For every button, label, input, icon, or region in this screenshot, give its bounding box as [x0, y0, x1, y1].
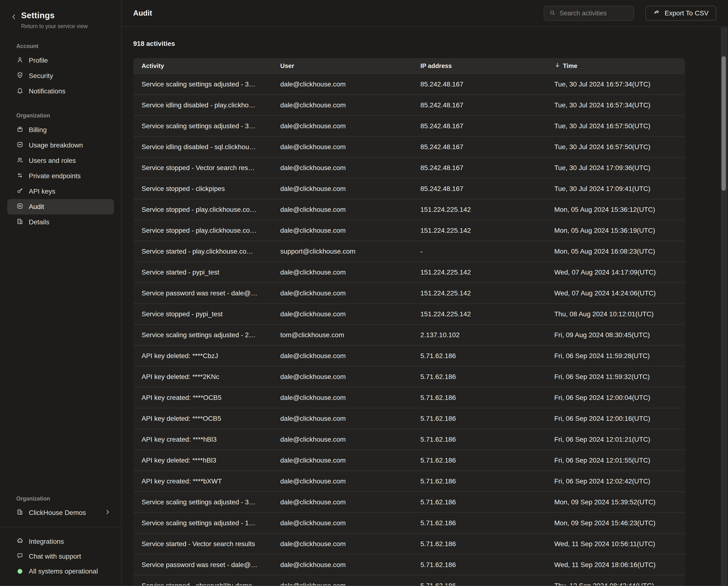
table-row[interactable]: API key deleted: ****OCB5dale@clickhouse… [133, 408, 685, 429]
status-label: All systems operational [29, 567, 98, 575]
table-cell-activity: Service scaling settings adjusted - 1… [133, 519, 280, 527]
back-chevron-icon[interactable] [10, 14, 17, 21]
table-cell-time: Fri, 06 Sep 2024 11:59:32(UTC) [554, 373, 685, 381]
table-row[interactable]: API key deleted: ****CbzJdale@clickhouse… [133, 345, 685, 366]
column-header-ip[interactable]: IP address [420, 62, 554, 70]
scrollbar-track[interactable] [721, 27, 728, 586]
sidebar-item-notifications[interactable]: Notifications [7, 83, 114, 99]
table-row[interactable]: Service stopped - Vector search res…dale… [133, 157, 685, 178]
table-cell-activity: Service idling disabled - play.clickho… [133, 101, 280, 109]
export-csv-button[interactable]: Export To CSV [646, 6, 716, 21]
return-link[interactable]: Return to your service view [21, 23, 87, 29]
column-header-time[interactable]: Time [554, 62, 685, 70]
table-cell-ip: 85.242.48.167 [420, 143, 554, 151]
sidebar-item-details[interactable]: Details [7, 215, 114, 230]
puzzle-icon [16, 537, 24, 546]
table-cell-time: Wed, 11 Sep 2024 10:56:11(UTC) [554, 540, 685, 548]
sidebar-item-profile[interactable]: Profile [7, 53, 114, 68]
arrows-icon [16, 172, 24, 180]
table-row[interactable]: Service stopped - clickpipesdale@clickho… [133, 178, 685, 199]
table-cell-time: Mon, 05 Aug 2024 15:36:19(UTC) [554, 227, 685, 235]
table-cell-ip: 5.71.62.186 [420, 436, 554, 443]
table-cell-user: dale@clickhouse.com [280, 206, 420, 214]
table-cell-activity: Service stopped - play.clickhouse.co… [133, 227, 280, 235]
table-header-row: Activity User IP address Time [133, 58, 685, 73]
column-header-activity[interactable]: Activity [133, 62, 280, 70]
table-cell-user: dale@clickhouse.com [280, 561, 420, 569]
table-cell-ip: 5.71.62.186 [420, 373, 554, 381]
table-row[interactable]: API key created: ****bXWTdale@clickhouse… [133, 470, 685, 491]
sidebar-item-usage-breakdown[interactable]: Usage breakdown [7, 138, 114, 153]
table-cell-activity: API key deleted: ****OCB5 [133, 415, 280, 422]
org-switcher[interactable]: ClickHouse Demos [7, 505, 114, 520]
sidebar-item-label: Users and roles [29, 157, 76, 165]
table-cell-ip: 5.71.62.186 [420, 519, 554, 527]
sidebar-item-private-endpoints[interactable]: Private endpoints [7, 168, 114, 184]
key-icon [16, 187, 24, 196]
table-row[interactable]: Service started - play.clickhouse.co…sup… [133, 241, 685, 262]
search-box[interactable] [544, 6, 634, 21]
table-cell-user: dale@clickhouse.com [280, 143, 420, 151]
table-row[interactable]: Service scaling settings adjusted - 2…to… [133, 324, 685, 345]
sidebar-item-label: Security [29, 72, 53, 80]
table-cell-time: Fri, 06 Sep 2024 11:59:28(UTC) [554, 352, 685, 360]
table-cell-ip: 85.242.48.167 [420, 164, 554, 172]
table-cell-time: Tue, 30 Jul 2024 17:09:41(UTC) [554, 185, 685, 193]
search-input[interactable] [560, 9, 645, 17]
sidebar-item-users-and-roles[interactable]: Users and roles [7, 153, 114, 168]
sidebar-item-audit[interactable]: Audit [7, 199, 114, 215]
table-cell-user: dale@clickhouse.com [280, 436, 420, 443]
table-cell-time: Mon, 09 Sep 2024 15:46:23(UTC) [554, 519, 685, 527]
table-row[interactable]: Service stopped - pypi_testdale@clickhou… [133, 303, 685, 324]
table-cell-time: Tue, 30 Jul 2024 16:57:50(UTC) [554, 143, 685, 151]
table-row[interactable]: Service scaling settings adjusted - 3…da… [133, 73, 685, 94]
sidebar-item-label: Chat with support [29, 553, 81, 560]
building-icon [16, 218, 24, 227]
table-row[interactable]: Service stopped - play.clickhouse.co…dal… [133, 220, 685, 241]
table-row[interactable]: API key deleted: ****2KNcdale@clickhouse… [133, 366, 685, 387]
sidebar-item-billing[interactable]: Billing [7, 122, 114, 138]
sidebar-item-label: Audit [29, 203, 44, 211]
table-row[interactable]: Service scaling settings adjusted - 3…da… [133, 115, 685, 136]
sidebar-item-integrations[interactable]: Integrations [7, 534, 114, 549]
table-cell-activity: API key created: ****OCB5 [133, 394, 280, 401]
table-cell-ip: 151.224.225.142 [420, 310, 554, 318]
scrollbar-thumb[interactable] [722, 56, 726, 191]
table-cell-ip: 85.242.48.167 [420, 101, 554, 109]
table-cell-time: Fri, 06 Sep 2024 12:01:55(UTC) [554, 457, 685, 464]
table-cell-activity: API key deleted: ****CbzJ [133, 352, 280, 360]
sidebar-item-chat-support[interactable]: Chat with support [7, 549, 114, 564]
table-row[interactable]: Service stopped - play.clickhouse.co…dal… [133, 199, 685, 220]
table-row[interactable]: Service idling disabled - play.clickho…d… [133, 94, 685, 115]
table-row[interactable]: Service idling disabled - sql.clickhou…d… [133, 136, 685, 157]
table-cell-activity: Service scaling settings adjusted - 3… [133, 122, 280, 130]
table-row[interactable]: API key created: ****hBl3dale@clickhouse… [133, 429, 685, 449]
sidebar-item-api-keys[interactable]: API keys [7, 184, 114, 199]
table-row[interactable]: API key created: ****OCB5dale@clickhouse… [133, 387, 685, 408]
table-cell-time: Fri, 06 Sep 2024 12:02:42(UTC) [554, 478, 685, 485]
system-status[interactable]: All systems operational [7, 564, 114, 579]
column-header-user[interactable]: User [280, 62, 420, 70]
table-row[interactable]: Service password was reset - dale@…dale@… [133, 554, 685, 575]
table-row[interactable]: Service stopped - observability-demodale… [133, 575, 685, 586]
table-cell-user: dale@clickhouse.com [280, 373, 420, 381]
table-cell-activity: Service stopped - clickpipes [133, 185, 280, 193]
table-cell-user: dale@clickhouse.com [280, 457, 420, 464]
table-row[interactable]: Service password was reset - dale@…dale@… [133, 283, 685, 303]
table-cell-user: dale@clickhouse.com [280, 101, 420, 109]
sidebar-item-label: Details [29, 218, 49, 226]
table-cell-user: dale@clickhouse.com [280, 310, 420, 318]
search-icon [549, 9, 556, 17]
sidebar-item-security[interactable]: Security [7, 68, 114, 83]
table-row[interactable]: API key deleted: ****hBl3dale@clickhouse… [133, 449, 685, 470]
table-cell-user: dale@clickhouse.com [280, 227, 420, 235]
table-cell-time: Tue, 30 Jul 2024 16:57:34(UTC) [554, 80, 685, 88]
table-row[interactable]: Service scaling settings adjusted - 3…da… [133, 491, 685, 512]
table-row[interactable]: Service started - Vector search resultsd… [133, 533, 685, 554]
table-row[interactable]: Service scaling settings adjusted - 1…da… [133, 512, 685, 533]
table-cell-ip: 151.224.225.142 [420, 227, 554, 235]
table-cell-time: Mon, 05 Aug 2024 15:36:12(UTC) [554, 206, 685, 214]
table-cell-time: Wed, 11 Sep 2024 18:06:16(UTC) [554, 561, 685, 569]
table-row[interactable]: Service started - pypi_testdale@clickhou… [133, 262, 685, 283]
table-cell-activity: API key created: ****hBl3 [133, 436, 280, 443]
